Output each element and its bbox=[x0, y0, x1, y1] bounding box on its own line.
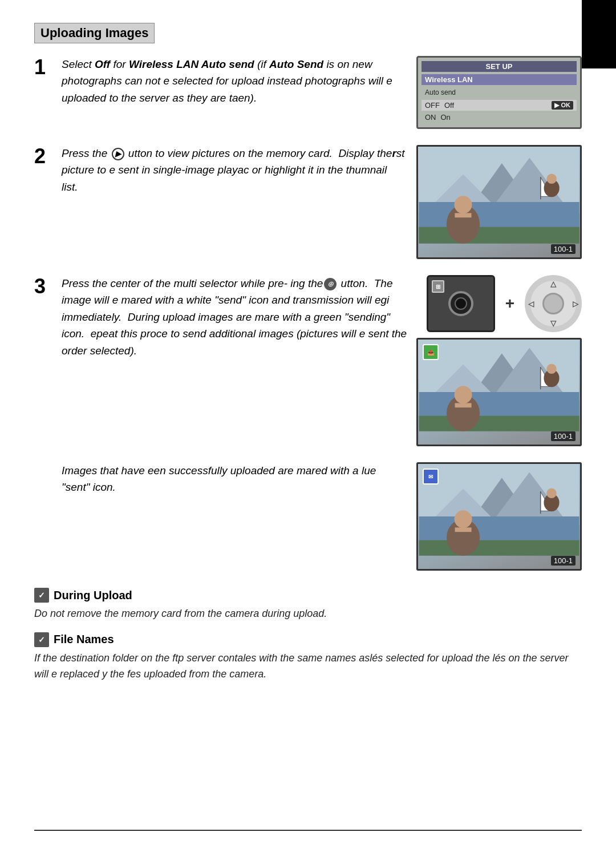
notes-section: ✓ During Upload Do not remove the memory… bbox=[34, 588, 582, 683]
svg-rect-12 bbox=[455, 213, 471, 217]
step-4-scene-svg bbox=[418, 464, 580, 569]
step-1-content: Select Off for Wireless LAN Auto send (i… bbox=[62, 56, 405, 106]
sending-icon-overlay: 📤 bbox=[423, 344, 439, 360]
svg-rect-18 bbox=[419, 416, 579, 431]
cross-button-icon: ⊕ bbox=[324, 278, 337, 290]
camera-lens bbox=[448, 291, 473, 316]
camera-box: ⊞ bbox=[427, 275, 495, 332]
step-4-counter: 100-1 bbox=[551, 556, 576, 566]
camera-send-icon: ⊞ bbox=[432, 280, 444, 293]
svg-point-37 bbox=[455, 510, 472, 528]
file-names-icon: ✓ bbox=[34, 632, 49, 647]
step-4-content: Images that have een successfully upload… bbox=[62, 462, 405, 496]
corner-decoration bbox=[582, 0, 616, 68]
arrow-left: ◁ bbox=[528, 300, 534, 308]
svg-point-11 bbox=[454, 196, 472, 213]
step-3-row: 3 Press the center of the multi selector… bbox=[34, 275, 582, 446]
step-1-row: 1 Select Off for Wireless LAN Auto send … bbox=[34, 56, 582, 129]
step-2-photo: 100-1 bbox=[416, 145, 582, 259]
file-names-header: ✓ File Names bbox=[34, 632, 582, 647]
svg-point-24 bbox=[455, 386, 472, 403]
step-3-scene-svg bbox=[418, 340, 580, 445]
lcd-header: SET UP bbox=[422, 61, 577, 72]
arrow-up: △ bbox=[550, 280, 556, 288]
bottom-rule bbox=[34, 830, 582, 831]
svg-point-22 bbox=[546, 364, 556, 374]
lcd-subtitle: Auto send bbox=[422, 87, 577, 98]
svg-rect-31 bbox=[419, 540, 579, 556]
svg-rect-38 bbox=[455, 527, 472, 532]
lcd-option-on: ON On bbox=[422, 112, 577, 123]
plus-symbol: + bbox=[505, 294, 514, 313]
svg-point-9 bbox=[546, 174, 556, 184]
arrow-right: ▷ bbox=[573, 300, 578, 308]
page: Uploading Images 1 Select Off for Wirele… bbox=[0, 0, 616, 848]
step-3-images: ⊞ + △ ▽ ◁ ▷ bbox=[416, 275, 582, 446]
step-3-content: Press the center of the multi selector w… bbox=[62, 275, 407, 359]
step-2-images: 100-1 bbox=[416, 145, 582, 259]
svg-rect-5 bbox=[419, 227, 579, 244]
lcd-title: Wireless LAN bbox=[422, 74, 577, 85]
lcd-option-off: OFF Off ▶ OK bbox=[422, 100, 577, 111]
play-button-icon: ▶ bbox=[112, 148, 124, 160]
file-names-title: File Names bbox=[54, 633, 114, 646]
step-2-content: Press the ▶ utton to view pictures on th… bbox=[62, 145, 405, 195]
step-2-scene-svg bbox=[418, 147, 580, 257]
step-4-photo-sent: ✉ 100-1 bbox=[416, 462, 582, 571]
during-upload-body: Do not remove the memory card from the c… bbox=[34, 606, 582, 622]
camera-lens-inner bbox=[455, 297, 467, 310]
camera-selector-row: ⊞ + △ ▽ ◁ ▷ bbox=[427, 275, 582, 332]
step-1-images: SET UP Wireless LAN Auto send OFF Off ▶ … bbox=[416, 56, 582, 129]
during-upload-header: ✓ During Upload bbox=[34, 588, 582, 603]
arrow-down: ▽ bbox=[550, 319, 556, 328]
step-4-row: Images that have een successfully upload… bbox=[34, 462, 582, 571]
svg-rect-25 bbox=[455, 403, 472, 407]
section-header: Uploading Images bbox=[34, 23, 582, 56]
selector-ring: △ ▽ ◁ ▷ bbox=[525, 275, 582, 332]
step-2-counter: 100-1 bbox=[551, 244, 576, 254]
lcd-screen: SET UP Wireless LAN Auto send OFF Off ▶ … bbox=[416, 56, 582, 129]
during-upload-title: During Upload bbox=[54, 589, 132, 602]
selector-center bbox=[542, 293, 564, 314]
during-upload-icon: ✓ bbox=[34, 588, 49, 603]
sent-icon-overlay: ✉ bbox=[423, 469, 439, 484]
step-2-number: 2 bbox=[34, 146, 62, 167]
step-1-number: 1 bbox=[34, 57, 62, 78]
step-2-row: 2 Press the ▶ utton to view pictures on … bbox=[34, 145, 582, 259]
multi-selector: △ ▽ ◁ ▷ bbox=[525, 275, 582, 332]
step-3-counter: 100-1 bbox=[551, 431, 576, 441]
step-4-images: ✉ 100-1 bbox=[416, 462, 582, 571]
step-3-photo-sending: 📤 100-1 bbox=[416, 338, 582, 446]
file-names-body: If the destination folder on the ftp ser… bbox=[34, 651, 582, 683]
svg-point-35 bbox=[546, 488, 556, 498]
step-3-number: 3 bbox=[34, 276, 62, 297]
